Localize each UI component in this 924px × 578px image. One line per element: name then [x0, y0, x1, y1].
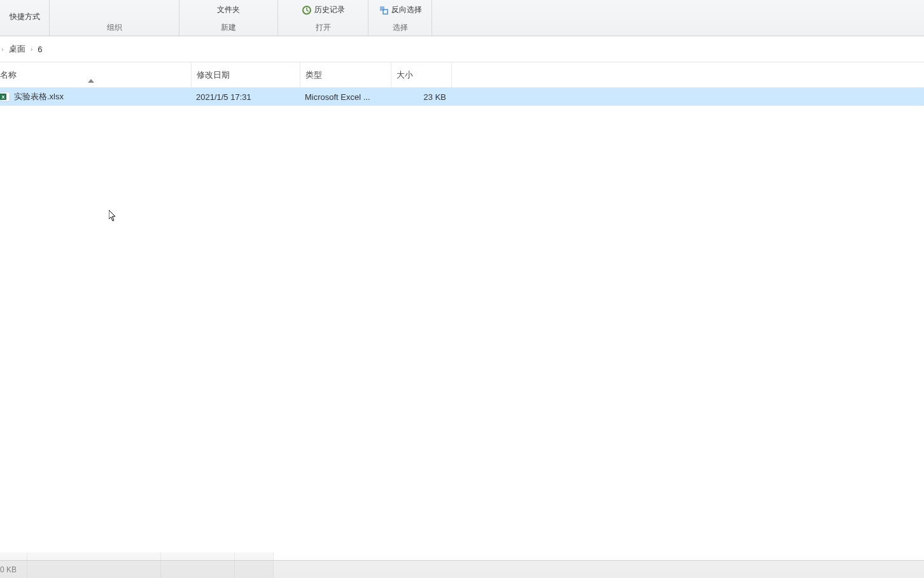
sort-ascending-icon	[88, 77, 94, 84]
file-row[interactable]: X 实验表格.xlsx 2021/1/5 17:31 Microsoft Exc…	[0, 88, 924, 106]
new-folder-button[interactable]: 文件夹	[214, 4, 242, 16]
column-header-type[interactable]: 类型	[300, 62, 391, 87]
history-button[interactable]: 历史记录	[299, 4, 347, 16]
new-group-label: 新建	[221, 22, 236, 33]
ribbon-group-shortcut: 快捷方式	[0, 0, 50, 36]
breadcrumb-desktop[interactable]: 桌面	[5, 41, 29, 57]
breadcrumb-bar[interactable]: › 桌面 › 6	[0, 36, 924, 62]
excel-file-icon: X	[0, 92, 10, 102]
breadcrumb-folder[interactable]: 6	[34, 42, 46, 57]
column-header-name[interactable]: 名称	[0, 69, 191, 81]
invert-selection-button[interactable]: 反向选择	[376, 4, 424, 16]
column-headers: 名称 修改日期 类型 大小	[0, 62, 924, 88]
mouse-cursor-icon	[109, 210, 118, 225]
file-modified: 2021/1/5 17:31	[191, 92, 300, 102]
open-group-label: 打开	[316, 22, 331, 33]
ribbon-toolbar: 快捷方式 组织 文件夹 新建 历史记录 打	[0, 0, 924, 36]
ribbon-group-organize: 组织	[50, 0, 179, 36]
file-name-cell: X 实验表格.xlsx	[0, 91, 191, 102]
history-label: 历史记录	[314, 4, 345, 15]
column-header-size[interactable]: 大小	[391, 62, 451, 87]
shortcut-label[interactable]: 快捷方式	[7, 11, 43, 23]
svg-rect-1	[380, 6, 384, 11]
invert-selection-label: 反向选择	[391, 4, 422, 15]
ribbon-group-select: 反向选择 选择	[368, 0, 432, 36]
history-icon	[302, 5, 312, 15]
file-list[interactable]: 名称 修改日期 类型 大小 X	[0, 62, 924, 560]
column-header-modified[interactable]: 修改日期	[191, 62, 300, 87]
folder-label: 文件夹	[217, 4, 240, 15]
invert-selection-icon	[379, 5, 389, 15]
file-name: 实验表格.xlsx	[14, 91, 64, 102]
organize-group-label: 组织	[107, 22, 122, 33]
column-header-extra[interactable]	[451, 62, 458, 87]
ribbon-group-new: 文件夹 新建	[179, 0, 278, 36]
ribbon-empty-area	[432, 0, 924, 36]
select-group-label: 选择	[393, 22, 408, 33]
svg-text:X: X	[1, 94, 5, 100]
chevron-right-icon[interactable]: ›	[29, 45, 34, 53]
file-type: Microsoft Excel ...	[300, 92, 391, 102]
taskbar-hint	[0, 553, 924, 578]
ribbon-group-open: 历史记录 打开	[278, 0, 368, 36]
chevron-right-icon[interactable]: ›	[0, 45, 5, 53]
file-size: 23 KB	[391, 92, 451, 102]
